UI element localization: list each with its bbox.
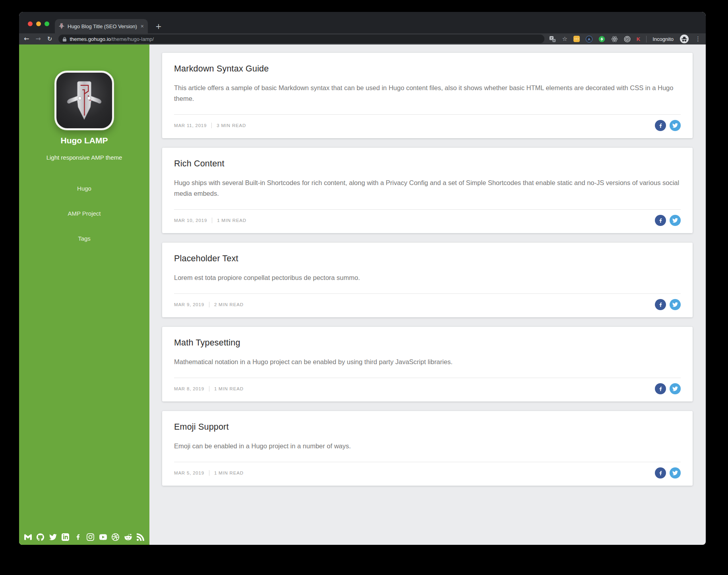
social-twitter-link[interactable] — [49, 533, 57, 541]
social-github-link[interactable] — [37, 533, 44, 541]
twitter-icon — [49, 533, 57, 541]
gmail-icon — [24, 533, 32, 541]
post-date: MAR 9, 2019 — [174, 302, 204, 307]
post-read-time: 2 MIN READ — [214, 302, 244, 307]
share-twitter-button[interactable] — [670, 299, 681, 310]
post-title[interactable]: Placeholder Text — [174, 254, 681, 264]
meta-separator — [209, 302, 209, 307]
youtube-icon — [99, 533, 107, 541]
share-facebook-button[interactable] — [655, 120, 666, 131]
github-icon — [37, 533, 44, 541]
post-excerpt: Mathematical notation in a Hugo project … — [174, 357, 681, 367]
facebook-icon — [658, 470, 664, 476]
share-twitter-button[interactable] — [670, 383, 681, 394]
url-path: /theme/hugo-lamp/ — [111, 36, 154, 42]
bookmark-star-icon[interactable]: ☆ — [562, 36, 567, 42]
share-twitter-button[interactable] — [670, 215, 681, 226]
post-excerpt: Emoji can be enabled in a Hugo project i… — [174, 441, 681, 452]
social-linkedin-link[interactable] — [62, 533, 69, 541]
forward-arrow-icon[interactable]: → — [35, 36, 41, 42]
share-twitter-button[interactable] — [670, 120, 681, 131]
site-title[interactable]: Hugo LAMP — [61, 136, 108, 145]
facebook-icon — [658, 218, 664, 224]
social-facebook-link[interactable] — [74, 533, 82, 541]
social-dribbble-link[interactable] — [112, 533, 119, 541]
address-bar[interactable]: themes.gohugo.io/theme/hugo-lamp/ — [58, 35, 544, 43]
rss-icon — [137, 533, 144, 541]
post-date: MAR 11, 2019 — [174, 123, 207, 128]
post-title[interactable]: Emoji Support — [174, 422, 681, 432]
post-title[interactable]: Markdown Syntax Guide — [174, 64, 681, 74]
translate-icon[interactable] — [549, 36, 556, 42]
social-youtube-link[interactable] — [99, 533, 107, 541]
sidebar-nav-hugo[interactable]: Hugo — [77, 176, 91, 201]
facebook-icon — [658, 302, 664, 308]
social-reddit-link[interactable] — [124, 533, 132, 541]
reload-icon[interactable]: ↻ — [47, 36, 52, 42]
social-links-row — [19, 533, 149, 541]
extension-letter-a-icon[interactable]: A — [586, 36, 592, 42]
post-footer: MAR 8, 2019 1 MIN READ — [174, 378, 681, 394]
back-arrow-icon[interactable]: ← — [24, 36, 29, 42]
sidebar-nav-tags[interactable]: Tags — [78, 226, 91, 251]
share-facebook-button[interactable] — [655, 215, 666, 226]
fullscreen-window-button[interactable] — [45, 21, 49, 26]
social-instagram-link[interactable] — [87, 533, 94, 541]
facebook-icon — [74, 533, 82, 541]
meta-separator — [209, 386, 209, 392]
facebook-icon — [658, 123, 664, 129]
post-footer: MAR 11, 2019 3 MIN READ — [174, 114, 681, 131]
twitter-icon — [672, 386, 678, 392]
browser-tab[interactable]: Hugo Blog Title (SEO Version) × — [55, 19, 148, 33]
minimize-window-button[interactable] — [36, 21, 41, 26]
screen: Hugo Blog Title (SEO Version) × + ← → ↻ … — [0, 0, 728, 575]
atom-icon[interactable] — [611, 36, 618, 42]
menu-dots-icon[interactable]: ⋮ — [695, 35, 701, 42]
browser-window: Hugo Blog Title (SEO Version) × + ← → ↻ … — [19, 12, 706, 545]
linkedin-icon — [62, 533, 69, 541]
site-subtitle: Light responsive AMP theme — [46, 154, 122, 161]
sidebar-nav-amp-project[interactable]: AMP Project — [68, 201, 101, 226]
reddit-icon — [124, 533, 132, 541]
social-gmail-link[interactable] — [24, 533, 32, 541]
browser-toolbar: ← → ↻ themes.gohugo.io/theme/hugo-lamp/ — [19, 33, 706, 44]
post-excerpt: This article offers a sample of basic Ma… — [174, 83, 681, 104]
post-excerpt: Lorem est tota propiore conpellat pector… — [174, 272, 681, 283]
macos-traffic-lights — [28, 21, 49, 26]
tab-close-icon[interactable]: × — [141, 23, 144, 29]
twitter-icon — [672, 470, 678, 476]
sidebar: Hugo LAMP Light responsive AMP theme Hug… — [19, 44, 149, 545]
share-facebook-button[interactable] — [655, 299, 666, 310]
tab-title: Hugo Blog Title (SEO Version) — [68, 23, 138, 29]
site-logo[interactable] — [54, 71, 114, 130]
post-title[interactable]: Math Typesetting — [174, 338, 681, 348]
post-footer: MAR 9, 2019 2 MIN READ — [174, 293, 681, 310]
share-twitter-button[interactable] — [670, 467, 681, 479]
toolbar-separator — [646, 36, 647, 42]
social-rss-link[interactable] — [137, 533, 144, 541]
post-read-time: 1 MIN READ — [214, 471, 244, 475]
post-list: Markdown Syntax Guide This article offer… — [149, 44, 706, 545]
close-window-button[interactable] — [28, 21, 33, 26]
share-facebook-button[interactable] — [655, 467, 666, 479]
meta-separator — [211, 123, 212, 128]
post-footer: MAR 10, 2019 1 MIN READ — [174, 209, 681, 226]
concentric-circles-icon[interactable] — [624, 36, 631, 42]
post-title[interactable]: Rich Content — [174, 159, 681, 169]
post-excerpt: Hugo ships with several Built-in Shortco… — [174, 178, 681, 199]
twitter-icon — [672, 302, 678, 307]
amp-lightning-icon[interactable] — [598, 36, 605, 42]
post-card: Markdown Syntax Guide This article offer… — [162, 53, 693, 138]
facebook-icon — [658, 386, 664, 392]
instagram-icon — [87, 533, 94, 541]
hugo-lamp-logo-icon — [66, 80, 103, 121]
hugo-lamp-favicon — [59, 23, 64, 29]
share-facebook-button[interactable] — [655, 383, 666, 394]
letter-k-icon[interactable]: K — [637, 36, 640, 42]
new-tab-button[interactable]: + — [153, 21, 164, 31]
post-card: Rich Content Hugo ships with several Bui… — [162, 148, 693, 233]
post-date: MAR 5, 2019 — [174, 471, 204, 475]
incognito-spy-icon — [680, 34, 689, 44]
extension-yellow-dots-icon[interactable] — [573, 36, 580, 42]
dribbble-icon — [112, 533, 119, 541]
